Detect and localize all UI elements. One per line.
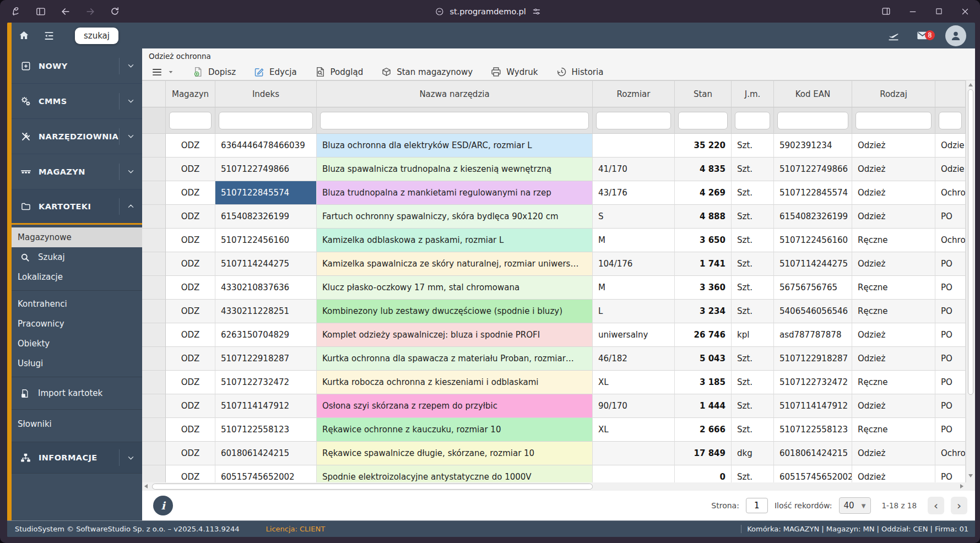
cell-jm[interactable]: Szt. [732,205,774,229]
sidebar-item-magazyn[interactable]: MAGAZYN [12,154,142,189]
cell-stan[interactable]: 1 741 [675,252,732,276]
cell-nazwa[interactable]: Kombinezony lub zestawy dwuczęściowe (sp… [317,300,593,323]
cell-stan[interactable]: 1 444 [675,394,732,418]
cell-rozmiar[interactable]: M [593,229,675,252]
filter-input-rodzaj[interactable] [856,112,932,129]
cell-nazwa[interactable]: Rękawice ochronne z kauczuku, rozmiar 10 [317,418,593,442]
cell-magazyn[interactable]: ODZ [166,347,215,371]
dopisz-button[interactable]: Dopisz [192,66,236,78]
site-info-icon[interactable] [434,7,444,17]
cell-rodzaj[interactable]: Odzież [852,181,935,205]
table-row[interactable]: ODZ6364446478466039Bluza ochronna dla el… [142,134,966,158]
cell-ean[interactable]: 5902391234 [774,134,852,158]
cell-stan[interactable]: 4 888 [675,205,732,229]
cell-rodzaj[interactable]: Odzież [852,205,935,229]
cell-nazwa[interactable]: Kamizelka spawalnicza ze skóry naturalne… [317,252,593,276]
cell-stan[interactable]: 4 269 [675,181,732,205]
cell-extra[interactable]: Ochro [935,442,966,465]
cell-nazwa[interactable]: Bluza spawalnicza trudnopalna z kieszeni… [317,158,593,181]
search-chip[interactable]: szukaj [75,28,118,44]
cell-jm[interactable]: Szt. [732,347,774,371]
sidebar-subitem-lokalizacje[interactable]: Lokalizacje [12,267,142,287]
cell-rozmiar[interactable]: L [593,300,675,323]
horizontal-scrollbar[interactable] [142,482,966,491]
chevron-down-icon[interactable] [119,449,142,466]
cell-nazwa[interactable]: Osłona szyi skórzana z rzepem do przyłbi… [317,394,593,418]
podglad-button[interactable]: Podgląd [315,66,364,78]
cell-ean[interactable]: 60515745652002 [774,465,852,482]
cell-ean[interactable]: 6154082326199 [774,205,852,229]
scroll-left-icon[interactable] [144,484,148,488]
cell-indeks[interactable]: 5107114244275 [215,252,317,276]
cell-jm[interactable]: Szt. [732,158,774,181]
filter-input-ean[interactable] [777,112,848,129]
scroll-right-icon[interactable] [960,484,963,488]
close-icon[interactable] [960,7,970,17]
next-page-button[interactable]: › [951,497,967,514]
menu-collapse-icon[interactable] [43,30,55,42]
cell-indeks[interactable]: 6018061424215 [215,442,317,465]
filter-input-jm[interactable] [735,112,770,129]
cell-ean[interactable]: 5107122749866 [774,158,852,181]
cell-magazyn[interactable]: ODZ [166,205,215,229]
cell-indeks[interactable]: 60515745652002 [215,465,317,482]
cell-stan[interactable]: 17 849 [675,442,732,465]
table-row[interactable]: ODZ5107122732472Kurtka robocza ochronna … [142,371,966,394]
cell-indeks-selected[interactable]: 5107122845574 [215,181,317,205]
sidebar-subitem-import-kartotek[interactable]: xImport kartotek [12,381,142,406]
cell-rodzaj[interactable]: Ręczne [852,276,935,300]
cell-jm[interactable]: Szt. [732,252,774,276]
cell-ean[interactable]: 5107122918287 [774,347,852,371]
filter-input-stan[interactable] [678,112,728,129]
table-row[interactable]: ODZ60515745652002Spodnie elektroizolacyj… [142,465,966,482]
sidebar-item-informacje[interactable]: INFORMACJE [12,442,142,474]
cell-nazwa[interactable]: Rękawice spawalnicze długie, skórzane, r… [317,442,593,465]
back-icon[interactable] [60,6,71,17]
send-icon[interactable] [887,30,900,42]
cell-rodzaj[interactable]: Odzież [852,442,935,465]
sidebar-item-cmms[interactable]: CMMS [12,84,142,119]
historia-button[interactable]: Historia [556,66,604,78]
vertical-scroll-thumb[interactable] [968,89,973,395]
info-button[interactable]: i [153,496,173,515]
table-row[interactable]: ODZ4330210837636Klucz płasko-oczkowy 17 … [142,276,966,300]
browser-logo-icon[interactable] [10,6,21,17]
tune-icon[interactable] [532,7,542,17]
cell-extra[interactable]: Odzie [935,134,966,158]
chevron-down-icon[interactable] [119,93,142,110]
cell-ean[interactable]: asd787787878 [774,323,852,347]
cell-rodzaj[interactable]: Odzież [852,347,935,371]
cell-extra[interactable]: PO [935,418,966,442]
page-input[interactable] [746,498,768,513]
cell-rozmiar[interactable]: 41/170 [593,158,675,181]
wydruk-button[interactable]: Wydruk [490,66,538,78]
cell-jm[interactable]: Szt. [732,371,774,394]
filter-input-rozmiar[interactable] [596,112,671,129]
mail-button[interactable]: 8 [916,29,929,42]
sidebar-subitem-magazynowe[interactable]: Magazynowe [12,227,142,247]
cell-stan[interactable]: 4 835 [675,158,732,181]
cell-extra[interactable]: Ochro [935,181,966,205]
cell-ean[interactable]: 5406546056546 [774,300,852,323]
cell-rozmiar[interactable]: XL [593,371,675,394]
horizontal-scroll-thumb[interactable] [152,484,593,490]
sidebar-item-narzedziownia[interactable]: NARZĘDZIOWNIA [12,119,142,154]
cell-rozmiar[interactable] [593,442,675,465]
cell-stan[interactable]: 3 234 [675,300,732,323]
records-select[interactable]: 40 ▼ [839,497,871,514]
scroll-up-icon[interactable] [968,83,973,86]
column-header-indeks[interactable]: Indeks [215,81,317,107]
cell-stan[interactable]: 3 185 [675,371,732,394]
cell-ean[interactable]: 6018061424215 [774,442,852,465]
filter-input-magazyn[interactable] [169,112,212,129]
sidebar-subitem-pracownicy[interactable]: Pracownicy [12,314,142,334]
table-row[interactable]: ODZ5107114147912Osłona szyi skórzana z r… [142,394,966,418]
cell-rozmiar[interactable]: uniwersalny [593,323,675,347]
cell-ean[interactable]: 5107122456160 [774,229,852,252]
cell-indeks[interactable]: 5107122732472 [215,371,317,394]
sidebar-subitem-obiekty[interactable]: Obiekty [12,334,142,354]
cell-jm[interactable]: Szt. [732,181,774,205]
cell-extra[interactable]: Odzie [935,158,966,181]
cell-nazwa[interactable]: Klucz płasko-oczkowy 17 mm, stal chromow… [317,276,593,300]
cell-stan[interactable]: 5 043 [675,347,732,371]
